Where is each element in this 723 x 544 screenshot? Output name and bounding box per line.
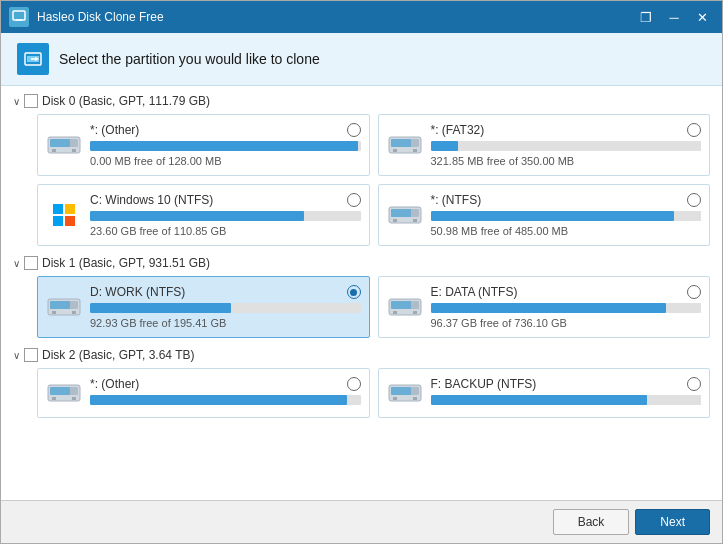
partition-info-1-1: E: DATA (NTFS)96.37 GB free of 736.10 GB	[431, 285, 702, 329]
svg-rect-30	[72, 311, 76, 314]
svg-rect-1	[15, 14, 23, 18]
next-button[interactable]: Next	[635, 509, 710, 535]
partition-name-2-0: *: (Other)	[90, 377, 139, 391]
partition-card-0-1[interactable]: *: (FAT32)321.85 MB free of 350.00 MB	[378, 114, 711, 176]
partitions-grid-0: *: (Other)0.00 MB free of 128.00 MB *: (…	[13, 114, 710, 246]
partition-icon-0-2	[46, 201, 82, 229]
partition-name-2-1: F: BACKUP (NTFS)	[431, 377, 537, 391]
svg-rect-28	[50, 301, 70, 309]
partition-name-1-0: D: WORK (NTFS)	[90, 285, 185, 299]
chevron-icon-2[interactable]: ∨	[13, 350, 20, 361]
partition-info-1-0: D: WORK (NTFS)92.93 GB free of 195.41 GB	[90, 285, 361, 329]
partition-radio-0-1[interactable]	[687, 123, 701, 137]
partition-info-0-2: C: Windows 10 (NTFS)23.60 GB free of 110…	[90, 193, 361, 237]
disk-group-2: ∨Disk 2 (Basic, GPT, 3.64 TB) *: (Other)…	[13, 348, 710, 418]
disk-label-1: Disk 1 (Basic, GPT, 931.51 GB)	[42, 256, 210, 270]
svg-rect-39	[52, 397, 56, 400]
partition-size-0-3: 50.98 MB free of 485.00 MB	[431, 225, 702, 237]
progress-bg-0-2	[90, 211, 361, 221]
disk-checkbox-0[interactable]	[24, 94, 38, 108]
partition-icon-0-3	[387, 201, 423, 229]
svg-rect-15	[393, 149, 397, 152]
partition-icon-0-1	[387, 131, 423, 159]
content-area: ∨Disk 0 (Basic, GPT, 111.79 GB) *: (Othe…	[1, 86, 722, 500]
minimize-button[interactable]: ─	[662, 7, 686, 27]
partition-icon-2-1	[387, 379, 423, 407]
partitions-grid-1: D: WORK (NTFS)92.93 GB free of 195.41 GB…	[13, 276, 710, 338]
svg-rect-16	[413, 149, 417, 152]
header-bar: Select the partition you would like to c…	[1, 33, 722, 86]
progress-fill-1-1	[431, 303, 666, 313]
back-button[interactable]: Back	[553, 509, 630, 535]
progress-fill-2-1	[431, 395, 647, 405]
progress-bg-2-0	[90, 395, 361, 405]
svg-rect-33	[391, 301, 411, 309]
svg-rect-25	[413, 219, 417, 222]
partition-info-0-3: *: (NTFS)50.98 MB free of 485.00 MB	[431, 193, 702, 237]
svg-rect-38	[50, 387, 70, 395]
svg-rect-23	[391, 209, 411, 217]
restore-button[interactable]: ❐	[634, 7, 658, 27]
svg-rect-29	[52, 311, 56, 314]
partition-radio-0-3[interactable]	[687, 193, 701, 207]
partition-icon-0-0	[46, 131, 82, 159]
partition-radio-2-0[interactable]	[347, 377, 361, 391]
close-button[interactable]: ✕	[690, 7, 714, 27]
partition-card-1-0[interactable]: D: WORK (NTFS)92.93 GB free of 195.41 GB	[37, 276, 370, 338]
chevron-icon-1[interactable]: ∨	[13, 258, 20, 269]
svg-rect-24	[393, 219, 397, 222]
partition-radio-1-0[interactable]	[347, 285, 361, 299]
partition-size-1-1: 96.37 GB free of 736.10 GB	[431, 317, 702, 329]
partition-radio-0-0[interactable]	[347, 123, 361, 137]
progress-bg-2-1	[431, 395, 702, 405]
footer: Back Next	[1, 500, 722, 543]
progress-fill-0-1	[431, 141, 458, 151]
partition-icon-1-0	[46, 293, 82, 321]
svg-rect-35	[413, 311, 417, 314]
partition-name-0-3: *: (NTFS)	[431, 193, 482, 207]
partition-radio-1-1[interactable]	[687, 285, 701, 299]
svg-rect-43	[391, 387, 411, 395]
partition-radio-2-1[interactable]	[687, 377, 701, 391]
partition-size-0-1: 321.85 MB free of 350.00 MB	[431, 155, 702, 167]
disk-header-1: ∨Disk 1 (Basic, GPT, 931.51 GB)	[13, 256, 710, 270]
partition-card-0-3[interactable]: *: (NTFS)50.98 MB free of 485.00 MB	[378, 184, 711, 246]
disk-header-2: ∨Disk 2 (Basic, GPT, 3.64 TB)	[13, 348, 710, 362]
partition-radio-0-2[interactable]	[347, 193, 361, 207]
app-window: Hasleo Disk Clone Free ❐ ─ ✕ Select the …	[0, 0, 723, 544]
partition-name-1-1: E: DATA (NTFS)	[431, 285, 518, 299]
progress-fill-0-2	[90, 211, 304, 221]
svg-rect-19	[53, 216, 63, 226]
app-icon	[9, 7, 29, 27]
partition-card-0-0[interactable]: *: (Other)0.00 MB free of 128.00 MB	[37, 114, 370, 176]
partition-size-0-2: 23.60 GB free of 110.85 GB	[90, 225, 361, 237]
partition-icon-1-1	[387, 293, 423, 321]
progress-bg-0-0	[90, 141, 361, 151]
partition-card-2-0[interactable]: *: (Other)	[37, 368, 370, 418]
header-text: Select the partition you would like to c…	[59, 51, 320, 67]
partition-card-0-2[interactable]: C: Windows 10 (NTFS)23.60 GB free of 110…	[37, 184, 370, 246]
svg-rect-45	[413, 397, 417, 400]
chevron-icon-0[interactable]: ∨	[13, 96, 20, 107]
partition-name-0-0: *: (Other)	[90, 123, 139, 137]
partition-info-0-0: *: (Other)0.00 MB free of 128.00 MB	[90, 123, 361, 167]
partition-info-2-1: F: BACKUP (NTFS)	[431, 377, 702, 409]
partition-card-1-1[interactable]: E: DATA (NTFS)96.37 GB free of 736.10 GB	[378, 276, 711, 338]
disk-label-0: Disk 0 (Basic, GPT, 111.79 GB)	[42, 94, 210, 108]
svg-rect-10	[52, 149, 56, 152]
partition-card-2-1[interactable]: F: BACKUP (NTFS)	[378, 368, 711, 418]
disk-checkbox-1[interactable]	[24, 256, 38, 270]
progress-fill-0-0	[90, 141, 358, 151]
progress-fill-2-0	[90, 395, 347, 405]
svg-rect-18	[65, 204, 75, 214]
disk-checkbox-2[interactable]	[24, 348, 38, 362]
svg-rect-20	[65, 216, 75, 226]
svg-rect-34	[393, 311, 397, 314]
partition-size-0-0: 0.00 MB free of 128.00 MB	[90, 155, 361, 167]
svg-rect-17	[53, 204, 63, 214]
partition-name-0-2: C: Windows 10 (NTFS)	[90, 193, 213, 207]
window-title: Hasleo Disk Clone Free	[37, 10, 634, 24]
svg-rect-40	[72, 397, 76, 400]
svg-rect-9	[50, 139, 70, 147]
disk-group-0: ∨Disk 0 (Basic, GPT, 111.79 GB) *: (Othe…	[13, 94, 710, 246]
